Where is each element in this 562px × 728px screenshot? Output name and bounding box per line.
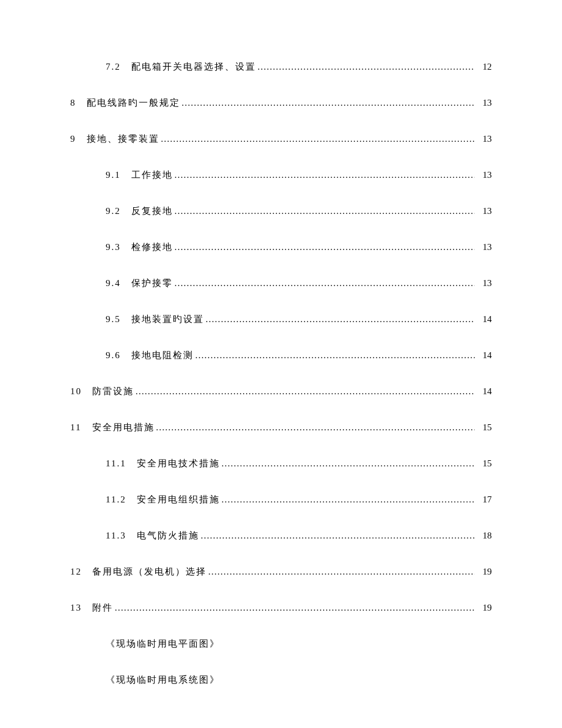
toc-page-number: 13 [475, 98, 492, 108]
toc-entry: 11 安全用电措施15 [70, 422, 492, 433]
toc-entry: 12 备用电源（发电机）选择19 [70, 566, 492, 578]
appendix-list: 《现场临时用电平面图》《现场临时用电系统图》 [70, 638, 492, 686]
toc-entry: 10 防雷设施14 [70, 386, 492, 397]
toc-leader-dots [205, 314, 475, 325]
toc-number: 11.1 [106, 458, 126, 468]
toc-title: 保护接零 [131, 278, 173, 288]
toc-page: 7.2 配电箱开关电器选择、设置128 配电线路旳一般规定139 接地、接零装置… [0, 0, 562, 686]
toc-title: 安全用电措施 [92, 422, 155, 432]
toc-page-number: 15 [475, 422, 492, 433]
toc-label: 9.5 接地装置旳设置 [106, 314, 204, 325]
toc-entry: 9 接地、接零装置13 [70, 133, 492, 145]
toc-page-number: 13 [475, 278, 492, 289]
toc-entry: 8 配电线路旳一般规定13 [70, 97, 492, 109]
toc-number: 7.2 [106, 62, 121, 72]
toc-number: 13 [70, 603, 82, 612]
toc-title: 电气防火措施 [137, 531, 199, 540]
toc-title: 配电线路旳一般规定 [87, 98, 180, 108]
toc-number: 9.5 [106, 314, 121, 324]
toc-entry: 11.3 电气防火措施18 [70, 530, 492, 542]
toc-title: 附件 [92, 603, 113, 612]
toc-entry: 9.5 接地装置旳设置14 [70, 314, 492, 325]
toc-page-number: 13 [475, 242, 492, 252]
toc-number: 9.6 [106, 350, 121, 360]
toc-number: 9.3 [106, 242, 121, 252]
toc-number: 9.2 [106, 206, 121, 216]
toc-page-number: 18 [475, 531, 492, 541]
toc-title: 接地装置旳设置 [131, 314, 204, 324]
toc-label: 9.3 检修接地 [106, 241, 173, 253]
toc-title: 安全用电技术措施 [137, 458, 220, 468]
toc-title: 反复接地 [131, 206, 173, 216]
toc-leader-dots [221, 495, 475, 505]
toc-label: 12 备用电源（发电机）选择 [70, 566, 206, 578]
toc-label: 7.2 配电箱开关电器选择、设置 [106, 61, 256, 73]
toc-title: 备用电源（发电机）选择 [92, 567, 206, 576]
toc-label: 9 接地、接零装置 [70, 133, 159, 145]
toc-label: 11 安全用电措施 [70, 422, 155, 433]
toc-entry: 13 附件19 [70, 602, 492, 614]
toc-label: 8 配电线路旳一般规定 [70, 97, 180, 109]
toc-page-number: 14 [475, 314, 492, 325]
toc-label: 11.3 电气防火措施 [106, 530, 199, 542]
toc-leader-dots [208, 567, 475, 577]
toc-page-number: 15 [475, 458, 492, 469]
toc-label: 9.6 接地电阻检测 [106, 350, 194, 361]
toc-title: 接地、接零装置 [87, 134, 159, 144]
toc-page-number: 14 [475, 386, 492, 397]
toc-number: 10 [70, 386, 82, 396]
toc-number: 9.4 [106, 278, 121, 288]
toc-entry: 7.2 配电箱开关电器选择、设置12 [70, 61, 492, 73]
toc-leader-dots [174, 206, 475, 216]
toc-page-number: 13 [475, 134, 492, 144]
toc-number: 12 [70, 567, 82, 576]
toc-label: 9.4 保护接零 [106, 278, 173, 289]
toc-entry: 9.1 工作接地13 [70, 169, 492, 181]
toc-entry: 9.3 检修接地13 [70, 241, 492, 253]
toc-title: 检修接地 [131, 242, 173, 252]
toc-title: 配电箱开关电器选择、设置 [131, 62, 256, 72]
toc-label: 9.1 工作接地 [106, 169, 173, 181]
toc-leader-dots [174, 242, 475, 252]
toc-leader-dots [200, 531, 475, 541]
toc-page-number: 12 [475, 62, 492, 72]
toc-label: 10 防雷设施 [70, 386, 134, 397]
toc-label: 11.2 安全用电组织措施 [106, 494, 220, 506]
toc-title: 接地电阻检测 [131, 350, 194, 360]
toc-leader-dots [174, 278, 475, 289]
toc-page-number: 19 [475, 567, 492, 577]
toc-leader-dots [257, 62, 475, 72]
toc-leader-dots [221, 458, 475, 469]
toc-entry: 11.2 安全用电组织措施17 [70, 494, 492, 506]
appendix-line: 《现场临时用电平面图》 [70, 638, 492, 650]
toc-label: 13 附件 [70, 602, 113, 614]
toc-number: 9 [70, 134, 76, 144]
toc-title: 安全用电组织措施 [137, 495, 220, 504]
toc-number: 11.2 [106, 495, 126, 504]
toc-leader-dots [181, 98, 475, 108]
toc-page-number: 13 [475, 206, 492, 216]
toc-label: 9.2 反复接地 [106, 205, 173, 217]
toc-entry: 9.4 保护接零13 [70, 278, 492, 289]
toc-leader-dots [156, 422, 475, 433]
toc-number: 9.1 [106, 170, 121, 180]
toc-page-number: 14 [475, 350, 492, 361]
toc-page-number: 13 [475, 170, 492, 180]
toc-leader-dots [114, 603, 475, 613]
toc-list: 7.2 配电箱开关电器选择、设置128 配电线路旳一般规定139 接地、接零装置… [70, 61, 492, 614]
toc-entry: 9.6 接地电阻检测14 [70, 350, 492, 361]
toc-entry: 11.1 安全用电技术措施15 [70, 458, 492, 469]
toc-page-number: 17 [475, 495, 492, 505]
toc-entry: 9.2 反复接地13 [70, 205, 492, 217]
toc-number: 11 [70, 422, 81, 432]
toc-leader-dots [174, 170, 475, 180]
toc-number: 8 [70, 98, 76, 108]
toc-page-number: 19 [475, 603, 492, 613]
toc-leader-dots [135, 386, 475, 397]
toc-leader-dots [161, 134, 475, 144]
toc-title: 工作接地 [131, 170, 173, 180]
toc-label: 11.1 安全用电技术措施 [106, 458, 220, 469]
toc-number: 11.3 [106, 531, 126, 540]
toc-title: 防雷设施 [92, 386, 134, 396]
toc-leader-dots [195, 350, 475, 361]
